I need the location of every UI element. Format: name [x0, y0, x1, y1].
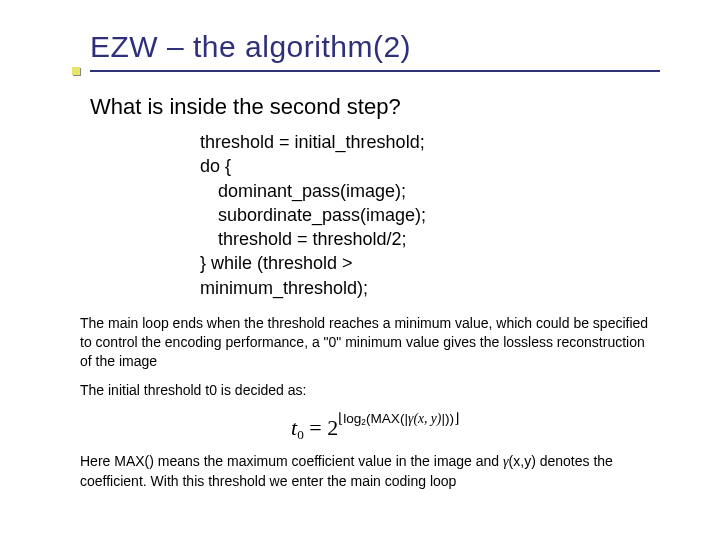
formula-base: 2 — [327, 415, 338, 440]
code-indent: subordinate_pass(image); — [200, 203, 426, 227]
title-bullet-icon — [72, 67, 80, 75]
formula-max-open: (MAX(| — [366, 411, 408, 426]
slide: EZW – the algorithm(2) What is inside th… — [0, 0, 720, 540]
paragraph-threshold-intro: The initial threshold t0 is decided as: — [80, 381, 650, 400]
formula-lhs-sub: 0 — [297, 426, 304, 441]
formula-args: (x, y) — [413, 411, 441, 426]
code-line: } while (threshold > — [200, 251, 660, 275]
floor-right-icon: ⌋ — [454, 411, 459, 426]
code-indent: dominant_pass(image); — [200, 179, 406, 203]
slide-title: EZW – the algorithm(2) — [90, 30, 660, 64]
para3-part-a: Here MAX() means the maximum coefficient… — [80, 453, 503, 469]
formula-eq: = — [309, 415, 321, 440]
formula-close: |)) — [441, 411, 454, 426]
code-indent: threshold = threshold/2; — [200, 227, 407, 251]
formula-log: log — [343, 411, 361, 426]
formula-block: t0 = 2⌊log2(MAX(|γ(x, y)|))⌋ — [90, 410, 660, 443]
code-line: subordinate_pass(image); — [200, 203, 660, 227]
paragraph-loop-explanation: The main loop ends when the threshold re… — [80, 314, 650, 371]
code-line: minimum_threshold); — [200, 276, 660, 300]
slide-body: What is inside the second step? threshol… — [90, 94, 660, 491]
title-underline — [90, 70, 660, 72]
paragraph-max-explanation: Here MAX() means the maximum coefficient… — [80, 452, 650, 491]
title-block: EZW – the algorithm(2) — [90, 30, 660, 72]
code-line: threshold = initial_threshold; — [200, 130, 660, 154]
pseudocode-block: threshold = initial_threshold; do { domi… — [200, 130, 660, 300]
code-line: do { — [200, 154, 660, 178]
code-line: threshold = threshold/2; — [200, 227, 660, 251]
formula-t0: t0 = 2⌊log2(MAX(|γ(x, y)|))⌋ — [291, 410, 459, 443]
formula-exponent: ⌊log2(MAX(|γ(x, y)|))⌋ — [338, 411, 459, 426]
code-line: dominant_pass(image); — [200, 179, 660, 203]
subheading: What is inside the second step? — [90, 94, 660, 120]
